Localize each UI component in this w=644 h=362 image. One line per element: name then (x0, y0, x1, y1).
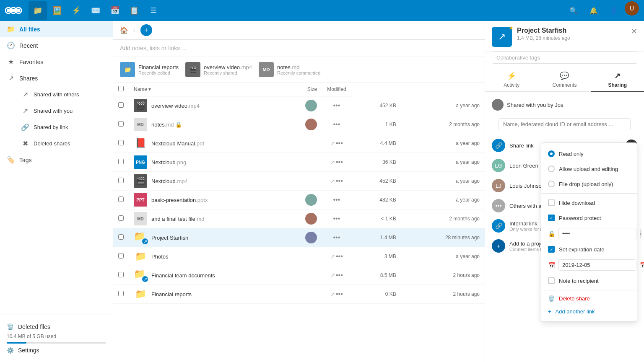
files-nav-icon[interactable]: 📁 (29, 1, 47, 20)
option-note-recipient[interactable]: Note to recipient (541, 273, 637, 288)
table-row[interactable]: 📁 Financial reports ↗••• 0 KB 2 hours ag… (113, 285, 485, 304)
row-checkbox[interactable] (118, 159, 124, 164)
more-actions-btn[interactable]: ••• (333, 121, 340, 128)
option-allow-upload[interactable]: Allow upload and editing (541, 161, 637, 176)
table-row[interactable]: MD notes.md🔒 ••• 1 KB 2 months ago (113, 115, 485, 134)
table-row[interactable]: 📕 Nextcloud Manual.pdf ↗••• 4.4 MB a yea… (113, 134, 485, 153)
option-read-only[interactable]: Read only (541, 146, 637, 161)
option-set-expiration[interactable]: ✓ Set expiration date (541, 242, 637, 257)
table-row[interactable]: 📁 Photos ↗••• 3 MB a year ago (113, 247, 485, 266)
file-size: 0 KB (351, 285, 401, 304)
add-new-button[interactable]: + (140, 24, 152, 36)
more-actions-btn[interactable]: ••• (333, 196, 340, 203)
delete-share-label: Delete share (559, 295, 590, 302)
row-checkbox[interactable] (118, 253, 124, 259)
sidebar-item-all-files[interactable]: 📁 All files (0, 21, 113, 37)
more-actions-btn[interactable]: ••• (333, 102, 340, 109)
photos-nav-icon[interactable]: 🖼️ (48, 1, 66, 20)
tab-comments[interactable]: 💬 Comments (538, 68, 591, 92)
comments-tab-icon: 💬 (560, 71, 569, 80)
row-checkbox[interactable] (118, 215, 124, 221)
password-submit-button[interactable]: › (640, 229, 641, 239)
tab-sharing[interactable]: ↗ Sharing (591, 68, 644, 92)
recent-file-item[interactable]: 📁 Financial reports Recently edited (120, 62, 179, 77)
tab-activity[interactable]: ⚡ Activity (485, 68, 538, 92)
sidebar-item-favorites[interactable]: ★ Favorites (0, 54, 113, 70)
panel-close-button[interactable]: ✕ (631, 27, 637, 36)
sidebar-item-shared-with-you[interactable]: ↗ Shared with you (8, 103, 113, 119)
table-row[interactable]: 📁 ↗ Project Starfish ••• 1.4 MB 28 minut… (113, 228, 485, 247)
add-link-label: Add another link (556, 308, 595, 315)
nextcloud-logo[interactable] (5, 5, 22, 16)
sidebar-item-deleted-shares[interactable]: ✖ Deleted shares (8, 135, 113, 152)
row-checkbox[interactable] (118, 121, 124, 127)
sidebar-item-tags[interactable]: 🏷️ Tags (0, 152, 113, 168)
share-search-input[interactable] (499, 118, 631, 130)
table-row[interactable]: PNG Nextcloud.png ↗••• 36 KB a year ago (113, 153, 485, 172)
collab-tags-input[interactable]: Collaborative tags (492, 52, 637, 64)
sidebar-item-deleted-files[interactable]: 🗑️ Deleted files (7, 320, 106, 334)
row-checkbox[interactable] (118, 272, 124, 277)
search-icon[interactable]: 🔍 (564, 1, 583, 20)
contacts-icon[interactable]: 👤 (605, 1, 623, 20)
mail-nav-icon[interactable]: ✉️ (86, 1, 105, 20)
more-actions-btn[interactable]: ••• (336, 272, 343, 279)
delete-share-button[interactable]: 🗑️ Delete share (541, 292, 637, 305)
sidebar-item-recent[interactable]: 🕐 Recent (0, 37, 113, 54)
password-input[interactable] (558, 228, 636, 239)
recent-file-item[interactable]: MD notes.md Recently commented (259, 62, 320, 77)
notes-area[interactable]: Add notes, lists or links ... (113, 40, 485, 57)
row-checkbox[interactable] (118, 234, 124, 240)
file-modified: 2 hours ago (401, 266, 485, 285)
row-checkbox[interactable] (118, 197, 124, 202)
calendar-nav-icon[interactable]: 📅 (106, 1, 124, 20)
calendar-picker-icon[interactable]: 📅 (640, 262, 644, 269)
row-checkbox[interactable] (118, 140, 124, 145)
table-row[interactable]: 🎬 Nextcloud.mp4 ↗••• 452 KB a year ago (113, 172, 485, 191)
user-avatar[interactable]: U (625, 1, 639, 16)
more-actions-btn[interactable]: ••• (336, 290, 343, 297)
table-row[interactable]: 🎬 overview video.mp4 ••• 452 KB a year a… (113, 96, 485, 115)
trash-icon: 🗑️ (7, 323, 14, 330)
row-checkbox[interactable] (118, 178, 124, 183)
file-modified: 2 months ago (401, 209, 485, 228)
calendar-icon: 📅 (548, 262, 555, 269)
more-actions-btn[interactable]: ••• (336, 158, 343, 165)
row-checkbox[interactable] (118, 102, 124, 108)
radio-allow-upload (548, 165, 555, 172)
col-size-header: Size (300, 83, 322, 96)
file-size: 452 KB (351, 96, 401, 115)
recent-file-item[interactable]: 🎬 overview video.mp4 Recently shared (185, 62, 252, 77)
more-actions-btn[interactable]: ••• (336, 253, 343, 260)
sidebar-item-shared-by-link[interactable]: 🔗 Shared by link (8, 119, 113, 135)
expiration-date-input[interactable] (558, 259, 636, 271)
notifications-icon[interactable]: 🔔 (584, 1, 603, 20)
option-file-drop[interactable]: File drop (upload only) (541, 176, 637, 191)
row-checkbox[interactable] (118, 291, 124, 296)
file-name: Nextcloud Manual.pdf (151, 140, 204, 147)
file-modified: a year ago (401, 191, 485, 209)
panel-file-name: Project Starfish (517, 27, 626, 34)
table-row[interactable]: PPT basic-presentation.pptx ••• 482 KB a… (113, 191, 485, 209)
more-actions-btn[interactable]: ••• (336, 177, 343, 184)
sidebar-item-shared-with-others[interactable]: ↗ Shared with others (8, 86, 113, 103)
sidebar-item-shares[interactable]: ↗ Shares (0, 70, 113, 86)
option-hide-download[interactable]: Hide download (541, 195, 637, 210)
table-row[interactable]: MD and a final test file.md ••• < 1 KB 2… (113, 209, 485, 228)
share-others-icon: ↗ (21, 90, 29, 98)
tasks-nav-icon[interactable]: ☰ (144, 1, 163, 20)
notes-nav-icon[interactable]: 📋 (125, 1, 143, 20)
breadcrumb-home[interactable]: 🏠 (120, 26, 128, 34)
more-actions-btn[interactable]: ••• (333, 234, 340, 241)
lock-icon: 🔒 (548, 230, 555, 237)
option-password-protect[interactable]: ✓ Password protect (541, 210, 637, 225)
select-all-checkbox[interactable] (118, 86, 124, 91)
menu-divider-2 (541, 290, 637, 290)
activity-nav-icon[interactable]: ⚡ (67, 1, 86, 20)
table-row[interactable]: 📁 ↗ Financial team documents ↗••• 8.5 MB… (113, 266, 485, 285)
svg-point-4 (12, 9, 15, 12)
add-another-link-button[interactable]: + Add another link (541, 305, 637, 318)
more-actions-btn[interactable]: ••• (333, 215, 340, 222)
sidebar-item-settings[interactable]: ⚙️ Settings (7, 344, 106, 357)
more-actions-btn[interactable]: ••• (336, 140, 343, 147)
